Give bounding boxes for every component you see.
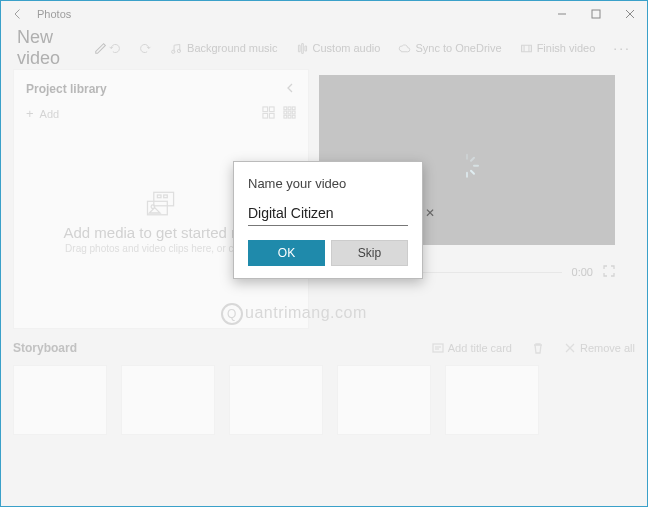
- project-library-title: Project library: [26, 82, 107, 96]
- svg-rect-10: [269, 113, 274, 118]
- titlebar: Photos: [1, 1, 647, 27]
- svg-rect-6: [521, 45, 531, 52]
- storyboard-slot[interactable]: [445, 365, 539, 435]
- storyboard-slot[interactable]: [13, 365, 107, 435]
- svg-rect-8: [269, 107, 274, 112]
- watermark: Quantrimang.com: [221, 303, 367, 325]
- svg-rect-16: [292, 111, 295, 114]
- svg-rect-13: [292, 107, 295, 110]
- svg-rect-7: [263, 107, 268, 112]
- ok-button[interactable]: OK: [248, 240, 325, 266]
- svg-rect-12: [288, 107, 291, 110]
- dialog-title: Name your video: [248, 176, 408, 191]
- svg-line-28: [471, 171, 474, 174]
- undo-button[interactable]: [108, 42, 121, 55]
- maximize-button[interactable]: [579, 1, 613, 27]
- svg-rect-14: [284, 111, 287, 114]
- svg-rect-18: [288, 115, 291, 118]
- svg-rect-20: [154, 192, 174, 206]
- svg-rect-17: [284, 115, 287, 118]
- collapse-icon[interactable]: [286, 82, 296, 96]
- sync-onedrive-button[interactable]: Sync to OneDrive: [398, 42, 501, 55]
- loading-spinner-icon: [454, 153, 480, 183]
- svg-rect-15: [288, 111, 291, 114]
- storyboard-slot[interactable]: [337, 365, 431, 435]
- svg-rect-21: [157, 195, 161, 198]
- svg-rect-9: [263, 113, 268, 118]
- app-title: Photos: [35, 8, 545, 20]
- storyboard-slot[interactable]: [229, 365, 323, 435]
- pencil-icon[interactable]: [94, 41, 108, 55]
- time-label: 0:00: [572, 266, 593, 278]
- plus-icon: +: [26, 106, 34, 121]
- svg-rect-30: [433, 344, 443, 352]
- clear-input-icon[interactable]: ✕: [423, 206, 437, 220]
- storyboard-title: Storyboard: [13, 341, 77, 355]
- minimize-button[interactable]: [545, 1, 579, 27]
- video-name-input[interactable]: [248, 205, 423, 221]
- svg-rect-22: [164, 195, 168, 198]
- grid-small-icon[interactable]: [283, 106, 296, 121]
- custom-audio-button[interactable]: Custom audio: [296, 42, 381, 55]
- redo-button[interactable]: [139, 42, 152, 55]
- storyboard-panel: Storyboard Add title card Remove all: [13, 341, 635, 435]
- close-button[interactable]: [613, 1, 647, 27]
- skip-button[interactable]: Skip: [331, 240, 408, 266]
- trash-icon[interactable]: [532, 342, 544, 354]
- video-title: New video: [17, 27, 86, 69]
- background-music-button[interactable]: Background music: [170, 42, 278, 55]
- more-menu-button[interactable]: ···: [613, 40, 631, 56]
- fullscreen-icon[interactable]: [603, 265, 615, 279]
- name-video-dialog: Name your video ✕ OK Skip: [233, 161, 423, 279]
- add-title-card-button[interactable]: Add title card: [432, 342, 512, 354]
- back-button[interactable]: [1, 1, 35, 27]
- remove-all-button[interactable]: Remove all: [564, 342, 635, 354]
- finish-video-button[interactable]: Finish video: [520, 42, 596, 55]
- add-media-button[interactable]: Add: [40, 108, 60, 120]
- svg-rect-19: [292, 115, 295, 118]
- svg-rect-11: [284, 107, 287, 110]
- svg-rect-1: [592, 10, 600, 18]
- storyboard-slot[interactable]: [121, 365, 215, 435]
- grid-large-icon[interactable]: [262, 106, 275, 121]
- svg-line-26: [471, 158, 474, 161]
- header: New video Background music Custom audio …: [1, 27, 647, 69]
